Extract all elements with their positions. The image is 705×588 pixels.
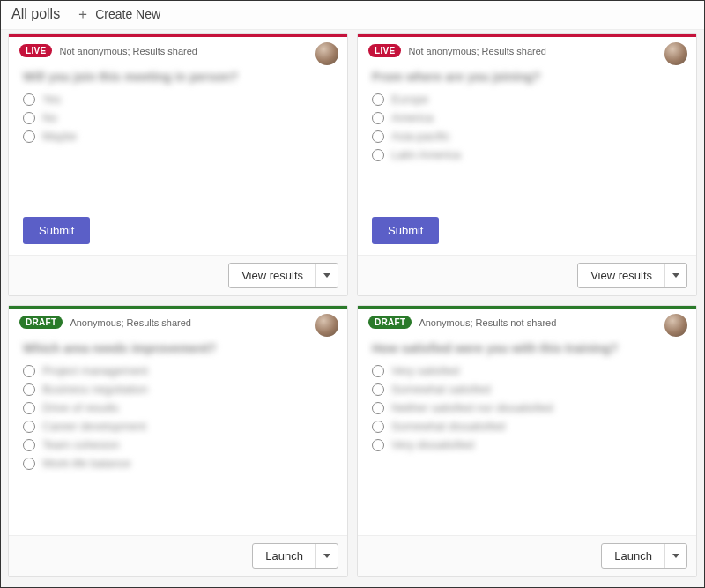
radio-icon <box>372 421 384 433</box>
launch-button[interactable]: Launch <box>601 543 687 569</box>
poll-question: From where are you joining? <box>372 70 682 84</box>
poll-option[interactable]: Very dissatisfied <box>372 438 682 451</box>
radio-icon <box>23 439 35 451</box>
radio-icon <box>23 402 35 414</box>
view-results-button[interactable]: View results <box>228 263 338 288</box>
radio-icon <box>372 383 384 396</box>
option-label: Business negotiation <box>42 383 148 396</box>
card-body: How satisfied were you with this trainin… <box>358 332 696 535</box>
split-button-caret[interactable] <box>665 544 686 568</box>
page-title: All polls <box>11 6 60 22</box>
option-label: Somewhat dissatisfied <box>391 420 505 433</box>
chevron-down-icon <box>672 554 679 558</box>
card-footer: View results <box>358 255 696 295</box>
card-header: DRAFT Anonymous; Results shared <box>9 309 347 332</box>
card-body: Which area needs improvement? Project ma… <box>9 332 347 535</box>
option-label: Very satisfied <box>391 364 459 377</box>
radio-icon <box>372 130 384 143</box>
poll-option[interactable]: America <box>372 111 682 124</box>
option-label: America <box>391 111 434 124</box>
status-badge: LIVE <box>368 44 401 57</box>
card-body: Will you join this meeting in person? Ye… <box>9 61 347 210</box>
status-badge: LIVE <box>19 44 52 57</box>
card-header: LIVE Not anonymous; Results shared <box>9 37 347 61</box>
option-label: Team cohesion <box>42 438 119 451</box>
poll-option[interactable]: No <box>23 111 333 124</box>
poll-meta: Anonymous; Results not shared <box>419 317 556 328</box>
avatar[interactable] <box>664 42 687 65</box>
option-label: Career development <box>42 420 146 433</box>
radio-icon <box>372 439 384 451</box>
option-label: Europe <box>391 93 428 106</box>
submit-button[interactable]: Submit <box>23 217 90 244</box>
radio-icon <box>23 458 35 470</box>
poll-meta: Not anonymous; Results shared <box>408 46 546 56</box>
launch-button[interactable]: Launch <box>252 543 338 569</box>
poll-option[interactable]: Somewhat satisfied <box>372 383 682 396</box>
poll-card: DRAFT Anonymous; Results shared Which ar… <box>8 305 348 577</box>
poll-option[interactable]: Asia-pacific <box>372 130 682 143</box>
poll-question: Which area needs improvement? <box>23 341 333 355</box>
poll-option[interactable]: Business negotiation <box>23 383 333 396</box>
radio-icon <box>23 112 35 124</box>
poll-option[interactable]: Drive of results <box>23 401 333 414</box>
poll-meta: Anonymous; Results shared <box>70 317 191 328</box>
radio-icon <box>372 365 384 377</box>
split-button-main[interactable]: View results <box>578 264 665 287</box>
poll-option[interactable]: Project management <box>23 364 333 377</box>
create-new-label: Create New <box>95 7 160 21</box>
poll-card: DRAFT Anonymous; Results not shared How … <box>357 305 697 577</box>
poll-option[interactable]: Work-life balance <box>23 457 333 470</box>
chevron-down-icon <box>672 273 679 278</box>
plus-icon: ＋ <box>76 7 90 21</box>
poll-question: Will you join this meeting in person? <box>23 70 333 84</box>
poll-option[interactable]: Neither satisfied nor dissatisfied <box>372 401 682 414</box>
split-button-main[interactable]: Launch <box>602 544 665 568</box>
poll-option[interactable]: Somewhat dissatisfied <box>372 420 682 433</box>
option-label: Somewhat satisfied <box>391 383 491 396</box>
radio-icon <box>372 93 384 106</box>
avatar[interactable] <box>315 314 338 337</box>
option-label: Very dissatisfied <box>391 438 474 451</box>
split-button-main[interactable]: Launch <box>253 544 316 568</box>
split-button-caret[interactable] <box>316 544 338 568</box>
radio-icon <box>23 93 35 106</box>
avatar[interactable] <box>664 314 687 337</box>
option-label: Maybe <box>42 130 77 143</box>
split-button-caret[interactable] <box>665 264 686 287</box>
poll-option[interactable]: Career development <box>23 420 333 433</box>
poll-option[interactable]: Latin America <box>372 148 682 161</box>
radio-icon <box>372 402 384 414</box>
poll-meta: Not anonymous; Results shared <box>59 46 197 56</box>
radio-icon <box>23 365 35 377</box>
poll-option[interactable]: Team cohesion <box>23 438 333 451</box>
radio-icon <box>23 130 35 143</box>
submit-button[interactable]: Submit <box>372 217 439 244</box>
poll-option[interactable]: Yes <box>23 93 333 106</box>
option-label: Project management <box>42 364 148 377</box>
split-button-caret[interactable] <box>316 264 338 287</box>
topbar: All polls ＋ Create New <box>1 1 704 30</box>
card-footer: Launch <box>9 535 347 576</box>
option-label: Drive of results <box>42 401 119 414</box>
option-label: Latin America <box>391 148 461 161</box>
poll-option[interactable]: Maybe <box>23 130 333 143</box>
option-label: Asia-pacific <box>391 130 449 143</box>
status-badge: DRAFT <box>368 316 412 329</box>
card-body: From where are you joining? Europe Ameri… <box>358 61 696 210</box>
card-footer: Launch <box>358 535 696 576</box>
poll-card: LIVE Not anonymous; Results shared Will … <box>8 33 348 296</box>
status-badge: DRAFT <box>19 316 63 329</box>
option-label: Work-life balance <box>42 457 130 470</box>
poll-option[interactable]: Europe <box>372 93 682 106</box>
split-button-main[interactable]: View results <box>229 264 316 287</box>
radio-icon <box>23 421 35 433</box>
create-new-button[interactable]: ＋ Create New <box>76 7 160 21</box>
card-header: LIVE Not anonymous; Results shared <box>358 37 696 61</box>
view-results-button[interactable]: View results <box>577 263 687 288</box>
avatar[interactable] <box>315 42 338 65</box>
poll-card: LIVE Not anonymous; Results shared From … <box>357 33 697 296</box>
poll-option[interactable]: Very satisfied <box>372 364 682 377</box>
option-label: Yes <box>42 93 61 106</box>
chevron-down-icon <box>323 273 330 278</box>
